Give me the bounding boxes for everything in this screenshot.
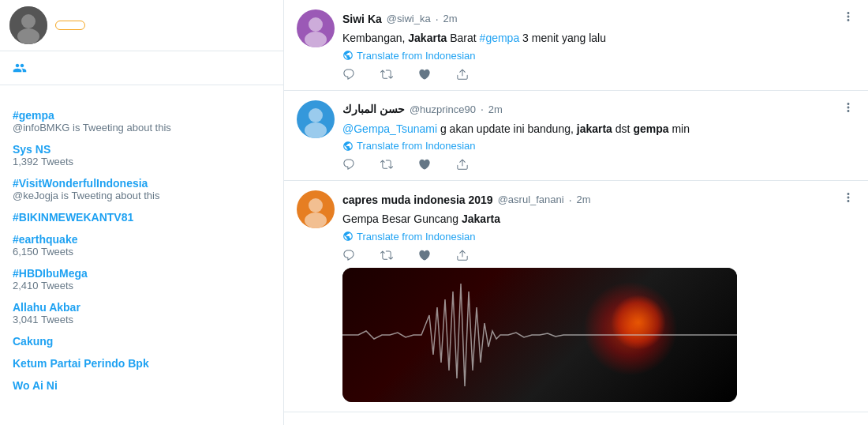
- globe-icon: [342, 141, 354, 152]
- trend-label[interactable]: #earthquake: [13, 233, 271, 246]
- svg-point-2: [17, 28, 39, 44]
- tweet-actions: [342, 249, 855, 261]
- tweet-name[interactable]: Siwi Ka: [342, 13, 382, 25]
- svg-point-3: [309, 17, 323, 32]
- tweet-actions: [342, 68, 855, 81]
- tweet-body: حسن المبارك @huzprince90 · 2m @Gempa_Tsu…: [342, 100, 855, 171]
- trend-count: 3,041 Tweets: [13, 314, 271, 325]
- svg-point-4: [305, 32, 327, 47]
- tweet-image: [342, 268, 737, 402]
- tweet-actions: [342, 158, 855, 171]
- tweet-user-info: Siwi Ka @siwi_ka · 2m: [342, 13, 458, 25]
- globe-icon: [342, 231, 354, 242]
- tweet-handle: @huzprince90: [410, 103, 476, 115]
- retweet-button[interactable]: [380, 158, 393, 171]
- trend-label[interactable]: #gempa: [13, 109, 271, 122]
- tweet-card: Siwi Ka @siwi_ka · 2m Kembangan, Jakarta…: [284, 0, 868, 91]
- tweet-more-button[interactable]: [841, 190, 855, 209]
- trend-label[interactable]: #BIKINMEWEKANTV81: [13, 211, 271, 224]
- find-people-link[interactable]: [0, 51, 283, 85]
- tweet-name[interactable]: حسن المبارك: [342, 103, 405, 115]
- globe-icon: [342, 50, 354, 61]
- translate-text: Translate from Indonesian: [357, 50, 476, 62]
- tweets-list: Siwi Ka @siwi_ka · 2m Kembangan, Jakarta…: [284, 0, 868, 412]
- tweet-text: Gempa Besar Guncang Jakarta: [342, 212, 855, 228]
- trend-item: #VisitWonderfulIndonesia@keJogja is Twee…: [13, 172, 271, 206]
- trend-label[interactable]: Sys NS: [13, 143, 271, 156]
- like-button[interactable]: [418, 68, 431, 81]
- tweet-avatar: [297, 100, 335, 138]
- dot-separator: ·: [481, 103, 484, 115]
- sidebar: #gempa@infoBMKG is Tweeting about thisSy…: [0, 0, 284, 425]
- trend-item: #earthquake6,150 Tweets: [13, 228, 271, 262]
- translate-text: Translate from Indonesian: [357, 140, 476, 152]
- dm-button[interactable]: [456, 249, 469, 261]
- follow-button[interactable]: [55, 21, 85, 30]
- trend-item: Wo Ai Ni: [13, 374, 271, 397]
- tweet-header: capres muda indonesia 2019 @asrul_fanani…: [342, 190, 855, 209]
- translate-button[interactable]: Translate from Indonesian: [342, 231, 855, 243]
- dm-button[interactable]: [456, 158, 469, 171]
- tweet-handle: @asrul_fanani: [498, 194, 564, 205]
- trend-sub: @infoBMKG is Tweeting about this: [13, 122, 271, 134]
- tweet-header: Siwi Ka @siwi_ka · 2m: [342, 9, 855, 28]
- tweet-body: capres muda indonesia 2019 @asrul_fanani…: [342, 190, 855, 402]
- trend-count: 2,410 Tweets: [13, 280, 271, 291]
- trend-item: Allahu Akbar3,041 Tweets: [13, 296, 271, 330]
- tweet-name[interactable]: capres muda indonesia 2019: [342, 194, 493, 206]
- translate-button[interactable]: Translate from Indonesian: [342, 50, 855, 62]
- trends-section: #gempa@infoBMKG is Tweeting about thisSy…: [0, 85, 283, 406]
- trend-label[interactable]: Ketum Partai Perindo Bpk: [13, 357, 271, 370]
- trend-item: Cakung: [13, 330, 271, 352]
- reply-button[interactable]: [342, 68, 355, 81]
- trend-item: #HBDIbuMega2,410 Tweets: [13, 262, 271, 296]
- reply-button[interactable]: [342, 158, 355, 171]
- tweet-text: @Gempa_Tsunami g akan update ini bandung…: [342, 122, 855, 137]
- like-button[interactable]: [418, 249, 431, 261]
- svg-point-5: [309, 108, 323, 122]
- tweet-card: حسن المبارك @huzprince90 · 2m @Gempa_Tsu…: [284, 91, 868, 182]
- like-button[interactable]: [418, 158, 431, 171]
- tweet-time: 2m: [443, 13, 458, 24]
- svg-point-8: [305, 212, 327, 228]
- trend-label[interactable]: Allahu Akbar: [13, 301, 271, 314]
- trend-label[interactable]: Cakung: [13, 335, 271, 348]
- tweet-more-button[interactable]: [841, 9, 855, 28]
- trend-sub: @keJogja is Tweeting about this: [13, 190, 271, 201]
- trend-count: 1,392 Tweets: [13, 156, 271, 167]
- tweet-text: Kembangan, Jakarta Barat #gempa 3 menit …: [342, 31, 855, 47]
- dot-separator: ·: [436, 13, 439, 25]
- translate-text: Translate from Indonesian: [357, 231, 476, 243]
- avatar: [9, 6, 47, 44]
- sidebar-top: [0, 0, 283, 51]
- trend-item: #BIKINMEWEKANTV81: [13, 206, 271, 228]
- svg-point-1: [21, 14, 36, 28]
- trend-label[interactable]: #VisitWonderfulIndonesia: [13, 177, 271, 190]
- retweet-button[interactable]: [380, 249, 393, 261]
- tweet-header: حسن المبارك @huzprince90 · 2m: [342, 100, 855, 118]
- tweet-handle: @siwi_ka: [387, 13, 431, 24]
- trend-item: Sys NS1,392 Tweets: [13, 138, 271, 172]
- tweet-user-info: حسن المبارك @huzprince90 · 2m: [342, 103, 503, 115]
- tweet-more-button[interactable]: [841, 100, 855, 118]
- trend-label[interactable]: Wo Ai Ni: [13, 379, 271, 392]
- tweet-time: 2m: [488, 103, 503, 115]
- dm-button[interactable]: [456, 68, 469, 81]
- translate-button[interactable]: Translate from Indonesian: [342, 140, 855, 152]
- trend-count: 6,150 Tweets: [13, 246, 271, 258]
- people-icon: [13, 61, 27, 75]
- tweet-avatar: [297, 9, 335, 47]
- main-content: Siwi Ka @siwi_ka · 2m Kembangan, Jakarta…: [284, 0, 868, 425]
- tweet-user-info: capres muda indonesia 2019 @asrul_fanani…: [342, 194, 591, 206]
- trend-item: #gempa@infoBMKG is Tweeting about this: [13, 104, 271, 138]
- reply-button[interactable]: [342, 249, 355, 261]
- trend-item: Ketum Partai Perindo Bpk: [13, 352, 271, 374]
- tweet-avatar: [297, 190, 335, 228]
- trend-label[interactable]: #HBDIbuMega: [13, 267, 271, 280]
- tweet-time: 2m: [577, 194, 591, 205]
- dot-separator: ·: [569, 194, 572, 206]
- svg-point-6: [305, 122, 327, 138]
- retweet-button[interactable]: [380, 68, 393, 81]
- trends-list: #gempa@infoBMKG is Tweeting about thisSy…: [13, 104, 271, 397]
- svg-point-7: [309, 198, 323, 212]
